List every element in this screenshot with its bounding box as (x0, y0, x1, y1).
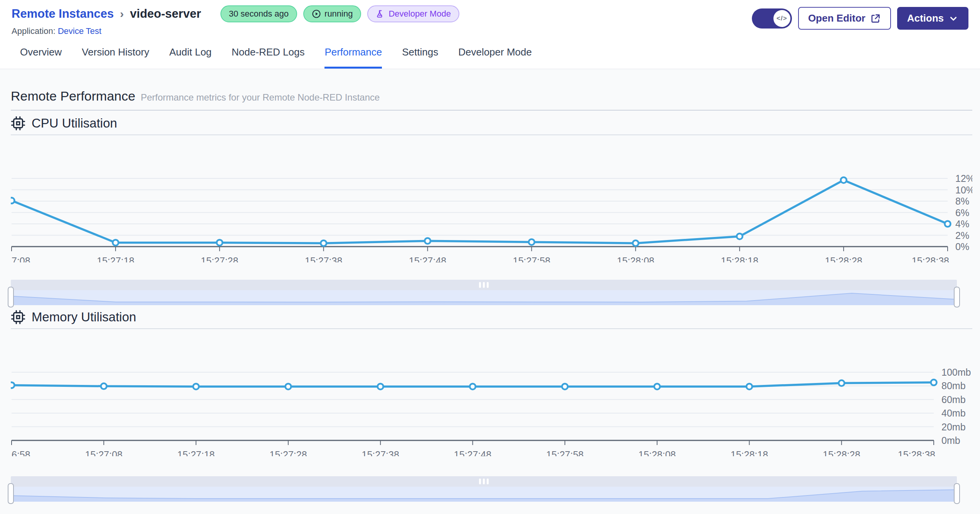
y-tick-label: 80mb (941, 380, 966, 391)
x-tick-label: 15:28:28 (823, 449, 860, 456)
data-point-marker (193, 384, 199, 390)
developer-mode-label: Developer Mode (388, 9, 450, 19)
last-updated-label: 30 seconds ago (229, 9, 289, 19)
drag-handle-icon (483, 282, 485, 288)
y-tick-label: 4% (955, 218, 969, 229)
x-tick-label: 15:28:18 (721, 255, 758, 262)
last-updated-badge: 30 seconds ago (220, 5, 297, 22)
x-tick-label: 15:28:08 (638, 449, 676, 456)
memory-section-title: Memory Utilisation (32, 310, 136, 324)
x-tick-label: 15:27:08 (85, 449, 123, 456)
cpu-brush-right-handle[interactable] (954, 287, 960, 307)
data-point-marker (529, 239, 535, 245)
status-label: running (324, 9, 353, 19)
developer-mode-toggle[interactable]: </> (752, 8, 792, 29)
drag-handle-icon (479, 282, 481, 288)
application-link[interactable]: Device Test (58, 26, 101, 36)
tab-performance[interactable]: Performance (324, 46, 382, 69)
chevron-down-icon (948, 13, 958, 24)
y-tick-label: 60mb (941, 394, 966, 405)
data-point-marker (945, 221, 951, 227)
data-point-marker (931, 380, 937, 385)
status-badge: running (303, 5, 361, 22)
data-point-marker (101, 383, 107, 389)
y-tick-label: 6% (955, 207, 969, 218)
drag-handle-icon (487, 282, 489, 288)
play-circle-icon (312, 9, 321, 18)
y-tick-label: 12% (955, 173, 972, 184)
breadcrumb: Remote Instances › video-server 30 secon… (12, 5, 459, 22)
y-tick-label: 2% (955, 230, 969, 241)
memory-brush-left-handle[interactable] (8, 483, 14, 504)
page-title: Remote Performance (11, 89, 135, 104)
page-subtitle: Performance metrics for your Remote Node… (141, 92, 380, 103)
drag-handle-icon (483, 479, 485, 484)
application-label: Application: (12, 26, 55, 36)
x-tick-label: 15:27:18 (177, 449, 215, 456)
x-tick-label: 15:27:38 (305, 255, 342, 262)
y-tick-label: 0mb (941, 435, 960, 446)
tab-bar: OverviewVersion HistoryAudit LogNode-RED… (0, 36, 980, 69)
breadcrumb-root-link[interactable]: Remote Instances (12, 7, 114, 21)
cpu-brush-drag-strip[interactable] (11, 280, 957, 290)
data-point-marker (113, 240, 118, 245)
external-link-icon (870, 13, 881, 24)
y-tick-label: 8% (955, 196, 969, 207)
tab-overview[interactable]: Overview (20, 46, 62, 69)
x-tick-label: 15:27:58 (513, 255, 550, 262)
memory-brush-right-handle[interactable] (954, 483, 960, 504)
data-point-marker (11, 382, 15, 388)
y-tick-label: 20mb (941, 422, 966, 432)
flask-icon (376, 9, 385, 18)
data-point-marker (425, 238, 430, 244)
data-point-marker (321, 240, 326, 246)
breadcrumb-current: video-server (130, 7, 201, 21)
cpu-section-title: CPU Utilisation (32, 116, 117, 131)
x-tick-label: 15:28:08 (617, 255, 654, 262)
data-point-marker (285, 384, 291, 390)
data-point-marker (633, 240, 639, 246)
application-row: Application: Device Test (12, 26, 459, 36)
memory-chip-icon (11, 310, 25, 324)
cpu-brush-minimap[interactable] (11, 290, 957, 305)
memory-chart-brush[interactable] (11, 476, 957, 502)
x-tick-label: 15:28:28 (825, 255, 862, 262)
tab-node-red-logs[interactable]: Node-RED Logs (232, 46, 304, 69)
cpu-chart-brush[interactable] (11, 280, 957, 305)
performance-panel: Remote Performance Performance metrics f… (0, 69, 980, 514)
data-point-marker (841, 177, 847, 183)
data-point-marker (737, 233, 743, 239)
y-tick-label: 10% (955, 185, 972, 195)
data-point-marker (470, 384, 476, 390)
memory-section-header: Memory Utilisation (11, 310, 972, 329)
tab-settings[interactable]: Settings (402, 46, 438, 69)
drag-handle-icon (479, 479, 481, 484)
tab-developer-mode[interactable]: Developer Mode (458, 46, 532, 69)
data-point-marker (378, 384, 383, 390)
actions-label: Actions (907, 12, 944, 24)
x-tick-label: 15:28:38 (912, 255, 949, 262)
page-header: Remote Instances › video-server 30 secon… (0, 0, 980, 36)
data-point-marker (217, 240, 222, 245)
tab-audit-log[interactable]: Audit Log (169, 46, 212, 69)
data-point-marker (839, 380, 844, 386)
cpu-brush-left-handle[interactable] (8, 287, 14, 307)
memory-utilisation-chart: 100mb80mb60mb40mb20mb0mb6:5815:27:0815:2… (11, 329, 972, 456)
data-point-marker (746, 384, 752, 390)
breadcrumb-separator: › (119, 7, 124, 20)
y-tick-label: 40mb (941, 408, 966, 418)
open-editor-label: Open Editor (808, 12, 866, 24)
x-tick-label: 15:27:58 (546, 449, 583, 456)
developer-mode-badge: Developer Mode (367, 5, 459, 22)
x-tick-label: 15:27:48 (409, 255, 446, 262)
actions-button[interactable]: Actions (897, 7, 968, 30)
cpu-section-header: CPU Utilisation (11, 116, 972, 135)
open-editor-button[interactable]: Open Editor (798, 7, 891, 30)
memory-brush-drag-strip[interactable] (11, 476, 957, 487)
memory-brush-minimap[interactable] (11, 487, 957, 502)
data-point-marker (11, 198, 15, 203)
tab-version-history[interactable]: Version History (82, 46, 149, 69)
cpu-chip-icon (11, 116, 25, 131)
code-icon: </> (773, 10, 790, 27)
x-tick-label: 15:28:38 (898, 449, 935, 456)
